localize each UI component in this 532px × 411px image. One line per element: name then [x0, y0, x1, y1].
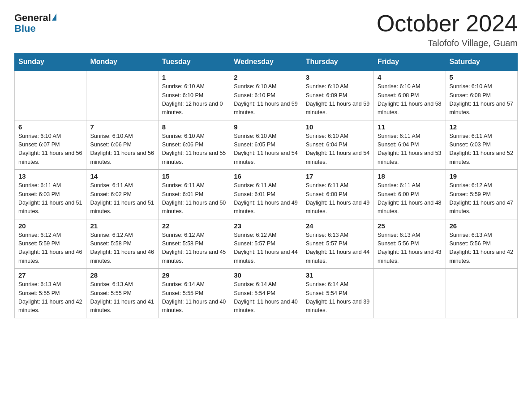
calendar-cell: 3Sunrise: 6:10 AMSunset: 6:09 PMDaylight…	[302, 71, 373, 120]
day-info: Sunrise: 6:10 AMSunset: 6:06 PMDaylight:…	[90, 132, 154, 167]
day-info: Sunrise: 6:12 AMSunset: 5:57 PMDaylight:…	[234, 231, 298, 266]
calendar-cell: 20Sunrise: 6:12 AMSunset: 5:59 PMDayligh…	[15, 219, 86, 269]
day-number: 21	[90, 222, 154, 230]
calendar-cell: 5Sunrise: 6:10 AMSunset: 6:08 PMDaylight…	[446, 71, 517, 120]
calendar-cell: 8Sunrise: 6:10 AMSunset: 6:06 PMDaylight…	[158, 120, 230, 170]
day-info: Sunrise: 6:11 AMSunset: 6:03 PMDaylight:…	[450, 132, 514, 167]
calendar-cell: 22Sunrise: 6:12 AMSunset: 5:58 PMDayligh…	[158, 219, 230, 269]
calendar-cell	[15, 71, 86, 120]
calendar-cell: 26Sunrise: 6:13 AMSunset: 5:56 PMDayligh…	[446, 219, 517, 269]
day-number: 15	[162, 172, 226, 180]
calendar-cell: 28Sunrise: 6:13 AMSunset: 5:55 PMDayligh…	[86, 269, 158, 318]
day-info: Sunrise: 6:11 AMSunset: 6:04 PMDaylight:…	[378, 132, 442, 167]
day-info: Sunrise: 6:10 AMSunset: 6:08 PMDaylight:…	[450, 82, 514, 117]
day-of-week-header: Saturday	[446, 53, 517, 71]
day-number: 11	[378, 123, 442, 131]
calendar-cell	[86, 71, 158, 120]
day-number: 25	[378, 222, 442, 230]
day-number: 1	[162, 73, 226, 81]
calendar-week-row: 6Sunrise: 6:10 AMSunset: 6:07 PMDaylight…	[15, 120, 518, 170]
calendar-cell: 23Sunrise: 6:12 AMSunset: 5:57 PMDayligh…	[230, 219, 302, 269]
day-info: Sunrise: 6:10 AMSunset: 6:07 PMDaylight:…	[18, 132, 82, 167]
day-of-week-header: Monday	[86, 53, 158, 71]
day-number: 13	[18, 172, 82, 180]
calendar-cell: 14Sunrise: 6:11 AMSunset: 6:02 PMDayligh…	[86, 170, 158, 219]
day-number: 7	[90, 123, 154, 131]
day-info: Sunrise: 6:10 AMSunset: 6:04 PMDaylight:…	[306, 132, 370, 167]
day-info: Sunrise: 6:10 AMSunset: 6:09 PMDaylight:…	[306, 82, 370, 117]
day-number: 19	[450, 172, 514, 180]
day-number: 31	[306, 271, 370, 279]
calendar-cell: 13Sunrise: 6:11 AMSunset: 6:03 PMDayligh…	[15, 170, 86, 219]
day-info: Sunrise: 6:12 AMSunset: 5:58 PMDaylight:…	[162, 231, 226, 266]
day-info: Sunrise: 6:11 AMSunset: 6:02 PMDaylight:…	[90, 181, 154, 216]
calendar-cell	[374, 269, 446, 318]
calendar-cell: 16Sunrise: 6:11 AMSunset: 6:01 PMDayligh…	[230, 170, 302, 219]
calendar-header-row: SundayMondayTuesdayWednesdayThursdayFrid…	[15, 53, 518, 71]
day-number: 30	[234, 271, 298, 279]
calendar-cell: 25Sunrise: 6:13 AMSunset: 5:56 PMDayligh…	[374, 219, 446, 269]
day-info: Sunrise: 6:11 AMSunset: 6:00 PMDaylight:…	[378, 181, 442, 216]
day-number: 3	[306, 73, 370, 81]
day-number: 2	[234, 73, 298, 81]
day-info: Sunrise: 6:13 AMSunset: 5:55 PMDaylight:…	[18, 280, 82, 315]
calendar-cell: 17Sunrise: 6:11 AMSunset: 6:00 PMDayligh…	[302, 170, 373, 219]
day-number: 8	[162, 123, 226, 131]
logo-general-text: General	[14, 13, 51, 23]
day-info: Sunrise: 6:13 AMSunset: 5:57 PMDaylight:…	[306, 231, 370, 266]
calendar-cell: 12Sunrise: 6:11 AMSunset: 6:03 PMDayligh…	[446, 120, 517, 170]
subtitle: Talofofo Village, Guam	[377, 38, 518, 48]
calendar-cell: 10Sunrise: 6:10 AMSunset: 6:04 PMDayligh…	[302, 120, 373, 170]
day-number: 14	[90, 172, 154, 180]
day-number: 27	[18, 271, 82, 279]
day-info: Sunrise: 6:13 AMSunset: 5:56 PMDaylight:…	[378, 231, 442, 266]
day-number: 6	[18, 123, 82, 131]
calendar-week-row: 13Sunrise: 6:11 AMSunset: 6:03 PMDayligh…	[15, 170, 518, 219]
day-info: Sunrise: 6:11 AMSunset: 6:03 PMDaylight:…	[18, 181, 82, 216]
day-number: 10	[306, 123, 370, 131]
day-info: Sunrise: 6:10 AMSunset: 6:08 PMDaylight:…	[378, 82, 442, 117]
calendar-cell: 6Sunrise: 6:10 AMSunset: 6:07 PMDaylight…	[15, 120, 86, 170]
calendar-cell: 30Sunrise: 6:14 AMSunset: 5:54 PMDayligh…	[230, 269, 302, 318]
day-info: Sunrise: 6:11 AMSunset: 6:01 PMDaylight:…	[234, 181, 298, 216]
day-number: 22	[162, 222, 226, 230]
calendar-cell: 2Sunrise: 6:10 AMSunset: 6:10 PMDaylight…	[230, 71, 302, 120]
day-number: 29	[162, 271, 226, 279]
day-number: 26	[450, 222, 514, 230]
calendar-week-row: 20Sunrise: 6:12 AMSunset: 5:59 PMDayligh…	[15, 219, 518, 269]
calendar-week-row: 1Sunrise: 6:10 AMSunset: 6:10 PMDaylight…	[15, 71, 518, 120]
day-info: Sunrise: 6:13 AMSunset: 5:56 PMDaylight:…	[450, 231, 514, 266]
day-of-week-header: Friday	[374, 53, 446, 71]
calendar-cell: 4Sunrise: 6:10 AMSunset: 6:08 PMDaylight…	[374, 71, 446, 120]
day-number: 4	[378, 73, 442, 81]
calendar-cell: 1Sunrise: 6:10 AMSunset: 6:10 PMDaylight…	[158, 71, 230, 120]
day-of-week-header: Sunday	[15, 53, 86, 71]
day-number: 9	[234, 123, 298, 131]
day-number: 23	[234, 222, 298, 230]
day-number: 28	[90, 271, 154, 279]
day-number: 24	[306, 222, 370, 230]
day-info: Sunrise: 6:12 AMSunset: 5:58 PMDaylight:…	[90, 231, 154, 266]
calendar-cell: 9Sunrise: 6:10 AMSunset: 6:05 PMDaylight…	[230, 120, 302, 170]
main-title: October 2024	[377, 11, 518, 36]
day-info: Sunrise: 6:14 AMSunset: 5:55 PMDaylight:…	[162, 280, 226, 315]
day-info: Sunrise: 6:14 AMSunset: 5:54 PMDaylight:…	[306, 280, 370, 315]
day-info: Sunrise: 6:11 AMSunset: 6:01 PMDaylight:…	[162, 181, 226, 216]
day-info: Sunrise: 6:10 AMSunset: 6:10 PMDaylight:…	[162, 82, 226, 117]
calendar-week-row: 27Sunrise: 6:13 AMSunset: 5:55 PMDayligh…	[15, 269, 518, 318]
calendar-cell: 18Sunrise: 6:11 AMSunset: 6:00 PMDayligh…	[374, 170, 446, 219]
calendar-cell: 29Sunrise: 6:14 AMSunset: 5:55 PMDayligh…	[158, 269, 230, 318]
title-block: October 2024 Talofofo Village, Guam	[377, 11, 518, 48]
calendar-cell: 27Sunrise: 6:13 AMSunset: 5:55 PMDayligh…	[15, 269, 86, 318]
calendar-cell: 11Sunrise: 6:11 AMSunset: 6:04 PMDayligh…	[374, 120, 446, 170]
calendar-cell: 15Sunrise: 6:11 AMSunset: 6:01 PMDayligh…	[158, 170, 230, 219]
logo-blue-text: Blue	[14, 23, 36, 34]
page-header: General Blue October 2024 Talofofo Villa…	[14, 11, 518, 48]
day-number: 5	[450, 73, 514, 81]
day-info: Sunrise: 6:10 AMSunset: 6:06 PMDaylight:…	[162, 132, 226, 167]
calendar-table: SundayMondayTuesdayWednesdayThursdayFrid…	[14, 53, 518, 318]
day-number: 18	[378, 172, 442, 180]
day-info: Sunrise: 6:10 AMSunset: 6:05 PMDaylight:…	[234, 132, 298, 167]
calendar-cell: 21Sunrise: 6:12 AMSunset: 5:58 PMDayligh…	[86, 219, 158, 269]
day-info: Sunrise: 6:11 AMSunset: 6:00 PMDaylight:…	[306, 181, 370, 216]
